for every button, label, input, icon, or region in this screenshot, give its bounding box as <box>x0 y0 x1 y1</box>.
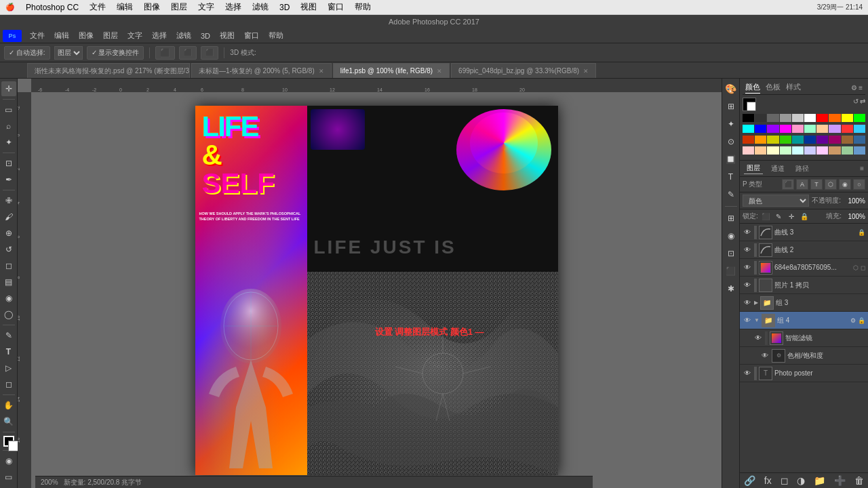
text-tool[interactable]: T <box>1 344 16 359</box>
layer-vis-icon[interactable]: 👁 <box>743 228 752 237</box>
layers-tab[interactable]: 图层 <box>744 163 763 174</box>
ps-menu-view[interactable]: 视图 <box>216 30 239 41</box>
swatch-pale-pink[interactable] <box>743 146 754 155</box>
swatch-orange[interactable] <box>829 114 840 122</box>
swatch-peach[interactable] <box>816 125 828 133</box>
move-tool[interactable]: ✛ <box>1 81 16 96</box>
canvas-area[interactable]: -6 -4 -2 0 2 4 6 8 10 12 14 16 18 20 -2 … <box>18 79 722 488</box>
swatch-amber[interactable] <box>755 136 766 144</box>
layer-hue-vis[interactable]: 👁 <box>760 351 770 361</box>
swatch-mid[interactable] <box>767 114 778 122</box>
tab-4[interactable]: 699pic_048dpi_bz.jpg @ 33.3%(RGB/8) ✕ <box>451 63 596 78</box>
swatch-pale-orange[interactable] <box>755 146 766 155</box>
layers-list[interactable]: 👁 曲线 3 🔒 👁 曲线 2 <box>740 224 868 472</box>
ps-menu-window[interactable]: 窗口 <box>240 30 263 41</box>
lasso-tool[interactable]: ⌕ <box>1 119 16 134</box>
swatch-black[interactable] <box>743 114 754 122</box>
swatch-pale-blue[interactable] <box>804 146 816 155</box>
layer-group3[interactable]: 👁 ▶ 📁 组 3 <box>740 294 868 312</box>
path-select-tool[interactable]: ▷ <box>1 361 16 375</box>
swatch-white[interactable] <box>804 114 816 122</box>
menu-file[interactable]: 文件 <box>90 1 106 13</box>
layer-curves2[interactable]: 👁 曲线 2 <box>740 241 868 259</box>
clone-stamp-tool[interactable]: ⊕ <box>1 226 16 241</box>
menu-3d[interactable]: 3D <box>279 3 290 12</box>
swatch-pale-cyan[interactable] <box>792 146 804 155</box>
crop-tool[interactable]: ⊡ <box>1 156 16 171</box>
swatch-brown[interactable] <box>842 136 853 144</box>
ps-menu-filter[interactable]: 滤镜 <box>172 30 195 41</box>
pen-tool[interactable]: ✎ <box>1 328 16 343</box>
swatch-coral[interactable] <box>842 125 853 133</box>
lock-position-btn[interactable]: ✛ <box>786 211 797 222</box>
layer-filter-smart[interactable]: ◉ <box>839 179 851 190</box>
layer-vis-icon[interactable]: 👁 <box>753 333 763 343</box>
menu-select[interactable]: 选择 <box>225 1 241 13</box>
ps-menu-select[interactable]: 选择 <box>148 30 171 41</box>
color-settings-icon[interactable]: ⚙ <box>851 84 857 92</box>
swatch-pale-green[interactable] <box>780 146 791 155</box>
align-center-btn[interactable]: ⬛ <box>179 46 197 60</box>
layer-photo-poster[interactable]: 👁 T Photo poster <box>740 365 868 382</box>
menu-photoshop[interactable]: Photoshop CC <box>26 3 79 12</box>
link-layers-btn[interactable]: 🔗 <box>744 475 755 486</box>
swatch-sky[interactable] <box>854 125 865 133</box>
zoom-tool[interactable]: 🔍 <box>1 414 16 429</box>
menu-view[interactable]: 视图 <box>300 1 317 13</box>
swatch-mint[interactable] <box>804 125 816 133</box>
quickmask-tool[interactable]: ◉ <box>1 453 16 468</box>
menu-edit[interactable]: 编辑 <box>117 1 133 13</box>
swatch-purple[interactable] <box>767 125 778 133</box>
eraser-tool[interactable]: ◻ <box>1 258 16 273</box>
add-group-btn[interactable]: 📁 <box>814 475 825 486</box>
swatch-violet[interactable] <box>816 136 828 144</box>
swatch-brown-red[interactable] <box>743 136 754 144</box>
right-icon-12[interactable]: ✱ <box>724 281 738 296</box>
color-tab[interactable]: 颜色 <box>745 82 760 94</box>
tab-1[interactable]: 渐性未来风格海报-恢复的.psd @ 217% (断变图层/3, 图层蒙版/8)… <box>27 63 190 78</box>
show-transform-btn[interactable]: ✓ 显示变换控件 <box>87 46 144 60</box>
color-reset-icon[interactable]: ↺ <box>853 98 859 111</box>
layer-filter-text[interactable]: T <box>810 179 823 190</box>
menu-text[interactable]: 文字 <box>198 1 214 13</box>
color-swap-icon[interactable]: ⇄ <box>860 98 865 111</box>
layer-curves3[interactable]: 👁 曲线 3 🔒 <box>740 224 868 241</box>
swatch-blue[interactable] <box>755 125 766 133</box>
ps-menu-file[interactable]: 文件 <box>26 30 49 41</box>
swatch-red[interactable] <box>816 114 828 122</box>
tab-2[interactable]: 未标题—1-恢复的 @ 200% (5, RGB/8) ✕ <box>191 63 332 78</box>
healing-brush-tool[interactable]: ✙ <box>1 193 16 208</box>
swatch-dark[interactable] <box>755 114 766 122</box>
auto-select-btn[interactable]: ✓ 自动选择: <box>4 46 50 60</box>
ps-menu-layer[interactable]: 图层 <box>99 30 122 41</box>
right-icon-10[interactable]: ⊡ <box>724 246 738 261</box>
lock-paint-btn[interactable]: ✎ <box>773 211 784 222</box>
add-adjustment-btn[interactable]: ◑ <box>797 475 805 486</box>
foreground-color[interactable] <box>3 436 14 447</box>
right-icon-8[interactable]: ⊞ <box>724 211 738 226</box>
magic-wand-tool[interactable]: ✦ <box>1 135 16 150</box>
layer-photo-copy[interactable]: 👁 照片 1 拷贝 <box>740 277 868 294</box>
menu-image[interactable]: 图像 <box>144 1 160 13</box>
tab-3-close[interactable]: ✕ <box>437 68 442 75</box>
layer-panel-menu-icon[interactable]: ≡ <box>860 165 864 172</box>
swatch-pink[interactable] <box>792 125 804 133</box>
ps-menu-3d[interactable]: 3D <box>197 32 214 40</box>
color-close-icon[interactable]: ≡ <box>859 84 863 92</box>
layer-filter-pixel[interactable]: ⬛ <box>782 179 794 190</box>
layer-mode-select[interactable]: 颜色 <box>743 195 809 207</box>
layer-filter-toggle[interactable]: ○ <box>853 179 865 190</box>
channels-tab[interactable]: 通道 <box>768 163 787 174</box>
add-mask-btn[interactable]: ◻ <box>781 475 789 486</box>
gradient-tool[interactable]: ▤ <box>1 274 16 289</box>
menu-window[interactable]: 窗口 <box>328 1 344 13</box>
fg-color-swatch[interactable] <box>743 98 756 111</box>
layer-smart-filter[interactable]: 👁 智能滤镜 <box>740 329 868 347</box>
apple-logo[interactable]: 🍎 <box>5 3 15 12</box>
swatch-navy[interactable] <box>804 136 816 144</box>
blur-tool[interactable]: ◉ <box>1 291 16 306</box>
swatch-lighter[interactable] <box>792 114 804 122</box>
bg-color-swatch[interactable] <box>747 102 756 111</box>
layer-vis-icon[interactable]: 👁 <box>743 281 752 290</box>
right-icon-1[interactable]: 🎨 <box>724 81 738 96</box>
